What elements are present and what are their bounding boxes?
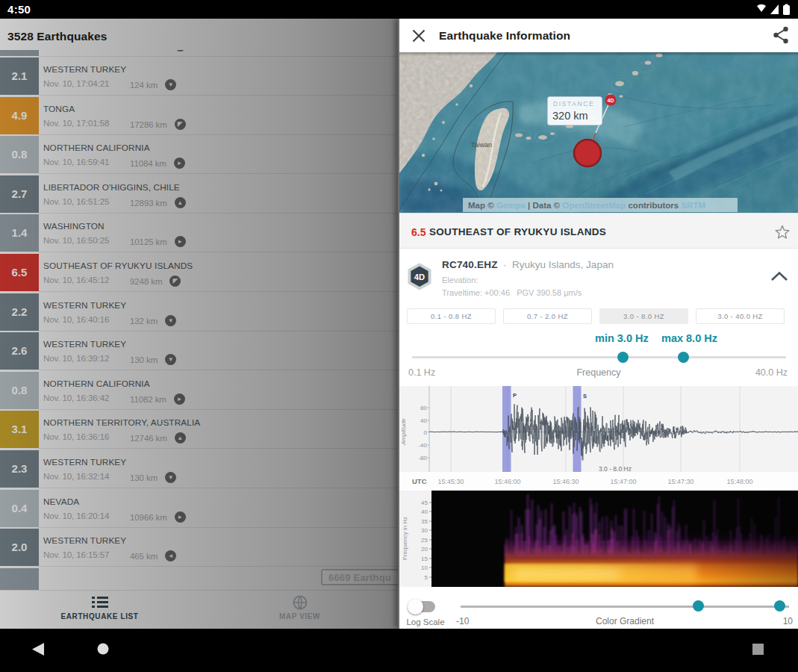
svg-text:15: 15	[421, 556, 428, 562]
svg-text:20: 20	[421, 546, 428, 553]
svg-text:15:46:30: 15:46:30	[552, 478, 579, 485]
svg-text:15:45:30: 15:45:30	[437, 478, 464, 485]
svg-text:40: 40	[421, 508, 428, 515]
svg-text:35: 35	[421, 518, 428, 525]
svg-text:Taiwan: Taiwan	[471, 141, 492, 149]
svg-text:320 km: 320 km	[552, 110, 588, 122]
svg-text:0: 0	[424, 429, 428, 436]
svg-text:-80: -80	[418, 455, 427, 461]
svg-text:UTC: UTC	[412, 477, 427, 485]
svg-text:Amplitude: Amplitude	[400, 418, 407, 446]
svg-text:Map © Gempa | Data © OpenStree: Map © Gempa | Data © OpenStreetMap contr…	[468, 201, 705, 210]
svg-text:4D: 4D	[414, 273, 425, 281]
svg-text:40: 40	[420, 417, 427, 424]
svg-text:P: P	[513, 392, 517, 399]
svg-text:3.0 - 8.0 Hz: 3.0 - 8.0 Hz	[599, 465, 632, 473]
svg-text:25: 25	[421, 537, 428, 544]
svg-text:Frequency in Hz: Frequency in Hz	[402, 517, 408, 560]
svg-text:15:47:00: 15:47:00	[610, 478, 636, 485]
svg-text:10: 10	[421, 564, 428, 571]
svg-text:80: 80	[420, 405, 427, 411]
svg-text:-40: -40	[418, 442, 427, 449]
svg-text:30: 30	[421, 527, 428, 534]
svg-text:DISTANCE: DISTANCE	[553, 100, 594, 108]
svg-text:15:47:30: 15:47:30	[667, 478, 693, 485]
svg-text:45: 45	[421, 500, 428, 506]
svg-text:15:46:00: 15:46:00	[494, 478, 520, 485]
svg-text:4D: 4D	[608, 98, 614, 103]
svg-text:S: S	[583, 393, 587, 399]
svg-text:15:48:00: 15:48:00	[726, 478, 752, 485]
svg-text:5: 5	[425, 574, 428, 581]
